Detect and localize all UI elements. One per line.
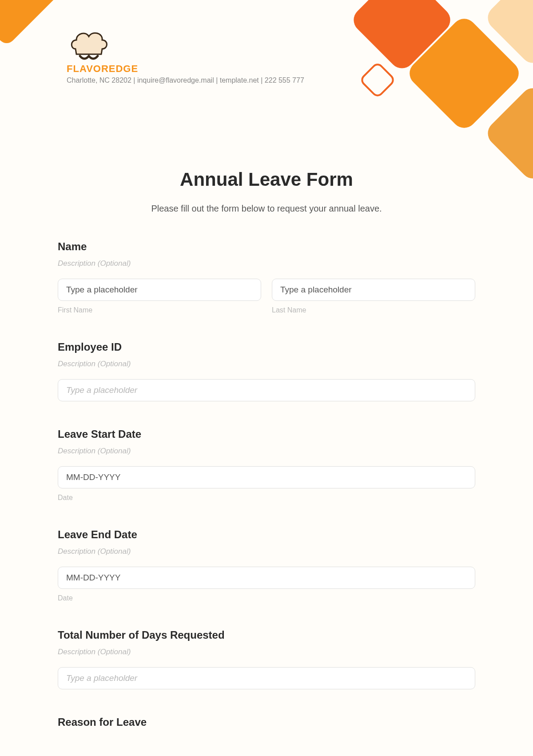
start-date-sublabel: Date [58,494,475,502]
field-total-days: Total Number of Days Requested Descripti… [58,629,475,689]
first-name-sublabel: First Name [58,306,261,314]
field-end-date: Leave End Date Description (Optional) Da… [58,528,475,602]
field-label: Leave Start Date [58,428,475,440]
last-name-input[interactable] [272,279,475,301]
end-date-sublabel: Date [58,594,475,602]
header: FLAVOREDGE Charlotte, NC 28202 | inquire… [67,27,378,84]
field-description: Description (Optional) [58,648,475,656]
field-label: Reason for Leave [58,716,475,728]
form-subtitle: Please fill out the form below to reques… [58,204,475,214]
brand-name: FLAVOREDGE [67,63,138,75]
field-description: Description (Optional) [58,259,475,268]
form-title: Annual Leave Form [58,169,475,190]
logo: FLAVOREDGE [67,27,378,75]
field-description: Description (Optional) [58,447,475,456]
employee-id-input[interactable] [58,379,475,401]
decorative-shape [0,0,60,47]
field-label: Total Number of Days Requested [58,629,475,641]
field-label: Employee ID [58,341,475,353]
field-employee-id: Employee ID Description (Optional) [58,341,475,401]
field-label: Leave End Date [58,528,475,541]
start-date-input[interactable] [58,466,475,488]
first-name-input[interactable] [58,279,261,301]
chef-hat-icon [67,27,111,62]
field-description: Description (Optional) [58,360,475,368]
last-name-sublabel: Last Name [272,306,475,314]
total-days-input[interactable] [58,667,475,689]
field-description: Description (Optional) [58,547,475,556]
form: Annual Leave Form Please fill out the fo… [58,169,475,728]
field-label: Name [58,240,475,253]
contact-line: Charlotte, NC 28202 | inquire@flavoredge… [67,76,378,84]
field-reason: Reason for Leave [58,716,475,728]
field-name: Name Description (Optional) First Name L… [58,240,475,314]
end-date-input[interactable] [58,567,475,589]
field-start-date: Leave Start Date Description (Optional) … [58,428,475,502]
